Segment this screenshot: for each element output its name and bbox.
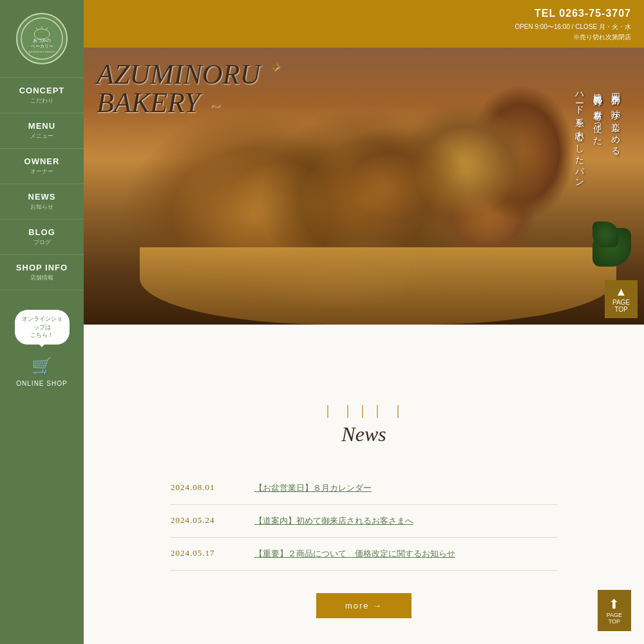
news-header: ｜ ｜｜｜ ｜ News — [135, 402, 592, 446]
online-shop-bubble[interactable]: オンラインショップはこちら！ — [15, 310, 70, 345]
hours-text: OPEN 9:00〜16:00 / CLOSE 月・火・水 — [515, 23, 631, 30]
sidebar: あづみの ベーカリー AZUMINORU BAKERY CONCEPT こだわり… — [0, 0, 84, 644]
nav-sub-concept: こだわり — [0, 97, 84, 105]
more-button[interactable]: more → — [316, 593, 412, 618]
news-date-2: 2024.05.24 — [171, 515, 235, 526]
title-swash: ~ — [211, 95, 220, 115]
nav-label-news: NEWS — [0, 192, 84, 202]
spacer — [84, 325, 644, 363]
fixed-page-top-button[interactable]: ⬆ PAGETOP — [598, 590, 631, 631]
nav-sub-news: お知らせ — [0, 203, 84, 211]
nav-sub-blog: ブログ — [0, 238, 84, 247]
fixed-page-top-icon: ⬆ — [607, 596, 622, 612]
hero-title: AZUMINORU ✦ BAKERY ~ — [97, 61, 280, 117]
news-date-1: 2024.08.01 — [171, 482, 235, 493]
svg-text:ベーカリー: ベーカリー — [31, 44, 53, 48]
nav-label-concept: CONCEPT — [0, 86, 84, 95]
news-link-2[interactable]: 【道案内】初めて御来店されるお客さまへ — [254, 515, 413, 527]
news-item-2: 2024.05.24 【道案内】初めて御来店されるお客さまへ — [171, 505, 557, 538]
nav-label-blog: BLOG — [0, 227, 84, 237]
page-top-label: PAGETOP — [612, 299, 630, 313]
news-title: News — [135, 422, 592, 446]
more-button-label: more → — [345, 601, 383, 611]
nav-sub-menu: メニュー — [0, 132, 84, 140]
nav-label-owner: OWNER — [0, 156, 84, 166]
site-logo[interactable]: あづみの ベーカリー AZUMINORU BAKERY — [16, 13, 68, 64]
sidebar-item-blog[interactable]: BLOG ブログ — [0, 219, 84, 254]
sidebar-item-concept[interactable]: CONCEPT こだわり — [0, 77, 84, 113]
hero-catchcopy: 四季折々の味が楽しめる地元長野の素材を使ったハード系を中心としたパン — [571, 86, 625, 184]
hero-title-line2: BAKERY — [97, 87, 200, 118]
header-bar: TEL 0263-75-3707 OPEN 9:00〜16:00 / CLOSE… — [84, 0, 644, 48]
logo-icon: あづみの ベーカリー AZUMINORU BAKERY — [19, 16, 64, 61]
hero-section: AZUMINORU ✦ BAKERY ~ 四季折々の味が楽しめる地元長野の素材を… — [84, 48, 644, 325]
svg-text:AZUMINORU BAKERY: AZUMINORU BAKERY — [28, 50, 55, 53]
news-link-1[interactable]: 【お盆営業日】８月カレンダー — [254, 482, 372, 494]
main-content: TEL 0263-75-3707 OPEN 9:00〜16:00 / CLOSE… — [84, 0, 644, 644]
main-nav: CONCEPT こだわり MENU メニュー OWNER オーナー NEWS お… — [0, 77, 84, 290]
page-top-button[interactable]: ▲ PAGETOP — [605, 280, 638, 318]
page-top-icon: ▲ — [612, 285, 630, 299]
nav-label-menu: MENU — [0, 121, 84, 131]
news-item-1: 2024.08.01 【お盆営業日】８月カレンダー — [171, 472, 557, 505]
nav-sub-shopinfo: 店舗情報 — [0, 274, 84, 282]
svg-text:あづみの: あづみの — [33, 38, 51, 43]
online-shop-label[interactable]: ONLINE SHOP — [16, 380, 67, 387]
cart-icon[interactable]: 🛒 — [32, 356, 52, 376]
title-decoration: ✦ — [269, 60, 280, 74]
phone-number: TEL 0263-75-3707 — [97, 5, 631, 22]
hero-title-line1: AZUMINORU — [97, 59, 260, 90]
news-date-3: 2024.05.17 — [171, 548, 235, 558]
news-list: 2024.08.01 【お盆営業日】８月カレンダー 2024.05.24 【道案… — [171, 472, 557, 571]
business-hours: OPEN 9:00〜16:00 / CLOSE 月・火・水 ※売り切れ次第閉店 — [97, 22, 631, 43]
news-item-3: 2024.05.17 【重要】２商品について 価格改定に関するお知らせ — [171, 538, 557, 571]
sidebar-item-shopinfo[interactable]: SHOP INFO 店舗情報 — [0, 254, 84, 290]
fixed-page-top-label: PAGETOP — [607, 612, 622, 625]
sidebar-item-owner[interactable]: OWNER オーナー — [0, 148, 84, 184]
nav-sub-owner: オーナー — [0, 167, 84, 176]
nav-label-shopinfo: SHOP INFO — [0, 263, 84, 272]
note-text: ※売り切れ次第閉店 — [573, 33, 631, 41]
news-section: ｜ ｜｜｜ ｜ News 2024.08.01 【お盆営業日】８月カレンダー 2… — [84, 363, 644, 644]
sidebar-item-menu[interactable]: MENU メニュー — [0, 113, 84, 148]
news-decoration: ｜ ｜｜｜ ｜ — [135, 402, 592, 419]
sidebar-item-news[interactable]: NEWS お知らせ — [0, 184, 84, 219]
news-link-3[interactable]: 【重要】２商品について 価格改定に関するお知らせ — [254, 548, 455, 560]
